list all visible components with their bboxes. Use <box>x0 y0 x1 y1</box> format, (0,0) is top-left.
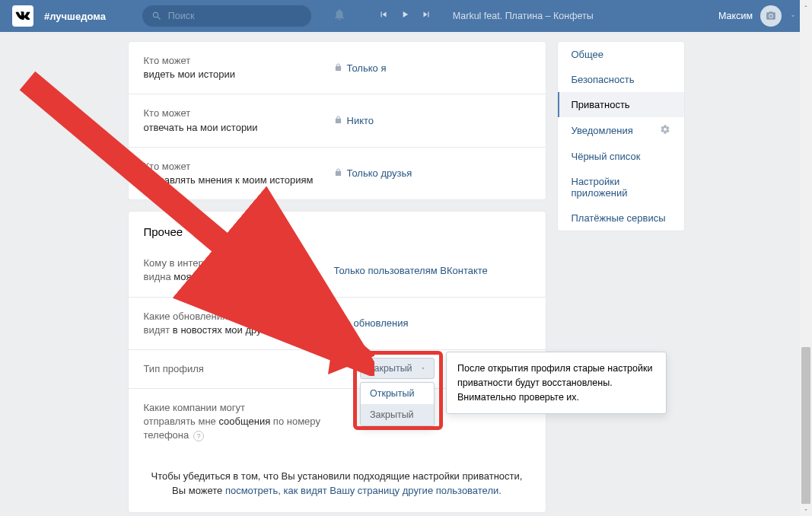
dropdown-menu: ОткрытыйЗакрытый <box>360 382 435 426</box>
row-label: Тип профиля <box>144 362 334 376</box>
row-value: Все обновления <box>334 317 409 329</box>
settings-row[interactable]: Кто можетотвечать на мои историиНикто <box>129 94 546 147</box>
search-box[interactable]: Поиск <box>142 5 311 27</box>
row-label: Какие компании могутотправлять мне сообщ… <box>144 401 334 443</box>
profile-type-dropdown-wrap: Закрытый ОткрытыйЗакрытый <box>360 358 435 426</box>
dropdown-option[interactable]: Закрытый <box>361 404 434 425</box>
privacy-footer: Чтобы убедиться в том, что Вы установили… <box>129 455 546 512</box>
sidebar-item-label: Настройки приложений <box>572 176 670 199</box>
play-button[interactable] <box>400 9 410 23</box>
profile-type-tooltip: После открытия профиля старые настройки … <box>446 352 667 414</box>
search-icon <box>151 11 162 21</box>
scrollbar-thumb[interactable] <box>801 347 810 507</box>
profile-type-dropdown[interactable]: Закрытый <box>360 358 435 379</box>
stories-card: Кто можетвидеть мои историиТолько яКто м… <box>128 41 546 200</box>
chevron-down-icon <box>803 507 809 513</box>
sidebar-item-label: Безопасность <box>572 74 635 85</box>
user-menu[interactable]: Максим <box>718 5 797 27</box>
vk-logo[interactable] <box>12 5 33 27</box>
settings-content: Кто можетвидеть мои историиТолько яКто м… <box>128 41 546 516</box>
player-controls: Markul feat. Платина – Конфеты <box>378 9 594 23</box>
sidebar-item-label: Приватность <box>572 99 630 110</box>
user-chevron <box>789 9 797 23</box>
scrollbar-track[interactable] <box>800 0 812 516</box>
sidebar-item[interactable]: Чёрный список <box>558 144 684 169</box>
settings-row[interactable]: Кто можетотправлять мнения к моим истори… <box>129 148 546 199</box>
row-value: Никто <box>334 115 374 126</box>
lock-icon <box>334 62 342 74</box>
scroll-down-button[interactable] <box>800 504 812 516</box>
gear-icon[interactable] <box>660 124 670 137</box>
row-label: Кому в интернетевидна моя страница <box>144 256 334 284</box>
skip-next-icon <box>421 9 431 20</box>
dropdown-option[interactable]: Открытый <box>361 383 434 404</box>
bell-icon <box>333 8 346 21</box>
settings-sidebar: ОбщееБезопасностьПриватностьУведомленияЧ… <box>557 41 685 231</box>
camera-icon <box>766 11 776 21</box>
vk-logo-icon <box>12 5 33 27</box>
row-label: Какие обновлениявидят в новостях мои дру… <box>144 310 334 337</box>
sidebar-item[interactable]: Настройки приложений <box>558 169 684 205</box>
avatar <box>760 5 782 27</box>
row-value: Только пользователям ВКонтакте <box>334 265 488 276</box>
settings-row[interactable]: Какие обновлениявидят в новостях мои дру… <box>129 298 546 350</box>
skip-previous-icon <box>378 9 389 20</box>
play-icon <box>400 9 410 20</box>
dropdown-selected: Закрытый <box>368 363 412 374</box>
settings-row[interactable]: Кто можетвидеть мои историиТолько я <box>129 42 546 94</box>
section-title: Прочее <box>129 212 546 244</box>
sidebar-item-label: Общее <box>572 49 604 60</box>
footer-text-2: Вы можете <box>172 485 225 496</box>
settings-row[interactable]: Кому в интернетевидна моя страницаТолько… <box>129 244 546 297</box>
row-label: Кто можетотправлять мнения к моим истори… <box>144 160 334 187</box>
help-icon[interactable]: ? <box>193 431 204 441</box>
privacy-preview-link[interactable]: посмотреть, как видят Вашу страницу друг… <box>225 485 502 496</box>
row-value: Только я <box>334 62 387 74</box>
notifications-button[interactable] <box>333 8 346 24</box>
caret-down-icon <box>420 365 426 371</box>
row-value: Только друзья <box>334 167 412 179</box>
footer-text-1: Чтобы убедиться в том, что Вы установили… <box>151 470 523 482</box>
sidebar-item[interactable]: Уведомления <box>558 117 684 144</box>
top-header: #лучшедома Поиск Markul feat. Платина – … <box>0 0 812 32</box>
sidebar-item-label: Чёрный список <box>572 151 641 162</box>
scroll-up-button[interactable] <box>800 0 812 12</box>
lock-icon <box>334 115 342 126</box>
sidebar-item[interactable]: Безопасность <box>558 67 684 92</box>
user-name: Максим <box>718 11 753 21</box>
sidebar-item[interactable]: Общее <box>558 42 684 67</box>
sidebar-item[interactable]: Приватность <box>558 92 684 117</box>
hashtag-label[interactable]: #лучшедома <box>44 11 106 22</box>
search-placeholder: Поиск <box>168 11 195 21</box>
prev-track-button[interactable] <box>378 9 389 23</box>
chevron-up-icon <box>803 3 809 9</box>
next-track-button[interactable] <box>421 9 431 23</box>
row-label: Кто можетвидеть мои истории <box>144 54 334 81</box>
sidebar-item-label: Платёжные сервисы <box>572 212 666 224</box>
chevron-down-icon <box>789 12 797 20</box>
row-label: Кто можетотвечать на мои истории <box>144 107 334 134</box>
svg-point-0 <box>769 14 772 18</box>
sidebar-item-label: Уведомления <box>572 125 633 136</box>
track-title[interactable]: Markul feat. Платина – Конфеты <box>453 11 594 21</box>
sidebar-item[interactable]: Платёжные сервисы <box>558 205 684 231</box>
page-body: Кто можетвидеть мои историиТолько яКто м… <box>0 32 812 516</box>
lock-icon <box>334 167 342 179</box>
